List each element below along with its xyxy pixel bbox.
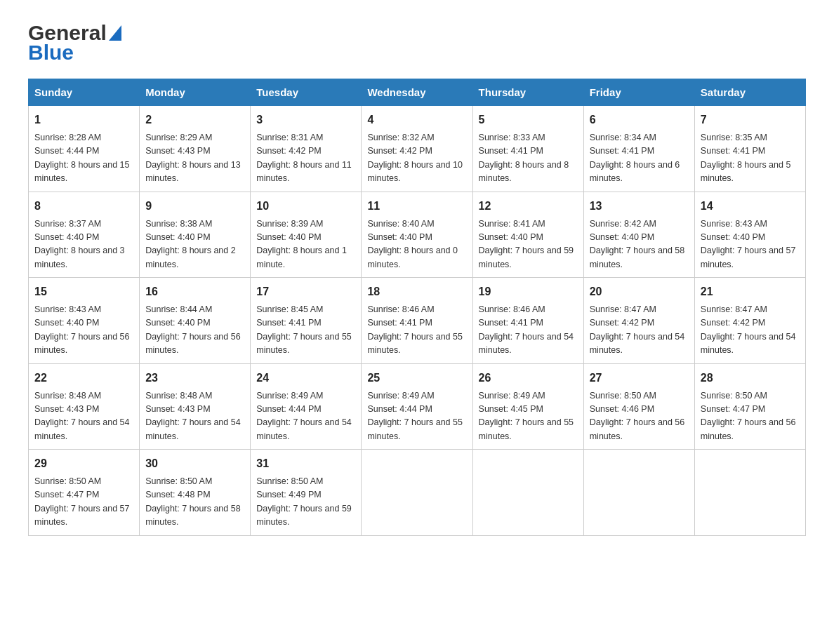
calendar-week-row: 1 Sunrise: 8:28 AM Sunset: 4:44 PM Dayli… [29,106,806,192]
calendar-header-row: SundayMondayTuesdayWednesdayThursdayFrid… [29,79,806,106]
calendar-cell: 12 Sunrise: 8:41 AM Sunset: 4:40 PM Dayl… [472,192,583,278]
day-number: 17 [256,283,355,300]
day-number: 28 [701,370,800,387]
calendar-cell: 28 Sunrise: 8:50 AM Sunset: 4:47 PM Dayl… [694,363,805,450]
calendar-cell: 6 Sunrise: 8:34 AM Sunset: 4:41 PM Dayli… [583,106,694,192]
calendar-cell: 1 Sunrise: 8:28 AM Sunset: 4:44 PM Dayli… [29,106,140,192]
calendar-cell: 30 Sunrise: 8:50 AM Sunset: 4:48 PM Dayl… [140,450,251,536]
calendar-week-row: 8 Sunrise: 8:37 AM Sunset: 4:40 PM Dayli… [29,192,806,278]
calendar-cell: 20 Sunrise: 8:47 AM Sunset: 4:42 PM Dayl… [583,278,694,364]
logo: General Blue [28,21,121,65]
day-info: Sunrise: 8:31 AM Sunset: 4:42 PM Dayligh… [256,131,355,186]
day-number: 7 [701,112,800,128]
svg-marker-0 [109,25,121,41]
day-number: 2 [145,112,244,128]
calendar-cell: 9 Sunrise: 8:38 AM Sunset: 4:40 PM Dayli… [140,192,251,278]
column-header-saturday: Saturday [694,79,805,106]
calendar-cell: 29 Sunrise: 8:50 AM Sunset: 4:47 PM Dayl… [29,450,140,536]
calendar-week-row: 22 Sunrise: 8:48 AM Sunset: 4:43 PM Dayl… [29,363,806,450]
column-header-friday: Friday [583,79,694,106]
day-number: 15 [34,283,133,300]
calendar-cell: 17 Sunrise: 8:45 AM Sunset: 4:41 PM Dayl… [251,278,362,364]
day-info: Sunrise: 8:34 AM Sunset: 4:41 PM Dayligh… [590,131,689,186]
day-number: 12 [479,198,578,215]
day-number: 29 [34,455,133,472]
day-number: 21 [701,283,800,300]
day-number: 18 [367,283,466,300]
calendar-table: SundayMondayTuesdayWednesdayThursdayFrid… [28,79,806,536]
calendar-cell: 31 Sunrise: 8:50 AM Sunset: 4:49 PM Dayl… [251,450,362,536]
day-number: 23 [145,370,244,387]
calendar-cell: 14 Sunrise: 8:43 AM Sunset: 4:40 PM Dayl… [694,192,805,278]
day-info: Sunrise: 8:48 AM Sunset: 4:43 PM Dayligh… [34,389,133,444]
day-info: Sunrise: 8:47 AM Sunset: 4:42 PM Dayligh… [701,303,800,358]
calendar-cell: 8 Sunrise: 8:37 AM Sunset: 4:40 PM Dayli… [29,192,140,278]
calendar-cell: 24 Sunrise: 8:49 AM Sunset: 4:44 PM Dayl… [251,363,362,450]
day-info: Sunrise: 8:49 AM Sunset: 4:44 PM Dayligh… [256,389,355,444]
day-info: Sunrise: 8:29 AM Sunset: 4:43 PM Dayligh… [145,131,244,186]
day-info: Sunrise: 8:50 AM Sunset: 4:47 PM Dayligh… [701,389,800,444]
calendar-cell: 19 Sunrise: 8:46 AM Sunset: 4:41 PM Dayl… [472,278,583,364]
day-info: Sunrise: 8:38 AM Sunset: 4:40 PM Dayligh… [145,217,244,272]
day-info: Sunrise: 8:37 AM Sunset: 4:40 PM Dayligh… [34,217,133,272]
day-info: Sunrise: 8:33 AM Sunset: 4:41 PM Dayligh… [479,131,578,186]
day-info: Sunrise: 8:32 AM Sunset: 4:42 PM Dayligh… [367,131,466,186]
day-info: Sunrise: 8:43 AM Sunset: 4:40 PM Dayligh… [701,217,800,272]
calendar-cell [362,450,472,536]
day-info: Sunrise: 8:39 AM Sunset: 4:40 PM Dayligh… [256,217,355,272]
calendar-cell [583,450,694,536]
day-number: 5 [479,112,578,128]
day-number: 4 [367,112,466,128]
calendar-cell: 27 Sunrise: 8:50 AM Sunset: 4:46 PM Dayl… [583,363,694,450]
day-number: 27 [590,370,689,387]
day-info: Sunrise: 8:41 AM Sunset: 4:40 PM Dayligh… [479,217,578,272]
day-number: 25 [367,370,466,387]
day-number: 6 [590,112,689,128]
calendar-cell: 5 Sunrise: 8:33 AM Sunset: 4:41 PM Dayli… [472,106,583,192]
day-info: Sunrise: 8:49 AM Sunset: 4:44 PM Dayligh… [367,389,466,444]
day-info: Sunrise: 8:49 AM Sunset: 4:45 PM Dayligh… [479,389,578,444]
day-info: Sunrise: 8:40 AM Sunset: 4:40 PM Dayligh… [367,217,466,272]
column-header-wednesday: Wednesday [362,79,472,106]
calendar-cell: 13 Sunrise: 8:42 AM Sunset: 4:40 PM Dayl… [583,192,694,278]
day-info: Sunrise: 8:35 AM Sunset: 4:41 PM Dayligh… [701,131,800,186]
day-info: Sunrise: 8:46 AM Sunset: 4:41 PM Dayligh… [367,303,466,358]
day-number: 30 [145,455,244,472]
calendar-cell: 7 Sunrise: 8:35 AM Sunset: 4:41 PM Dayli… [694,106,805,192]
calendar-cell: 11 Sunrise: 8:40 AM Sunset: 4:40 PM Dayl… [362,192,472,278]
calendar-cell: 22 Sunrise: 8:48 AM Sunset: 4:43 PM Dayl… [29,363,140,450]
day-number: 20 [590,283,689,300]
calendar-cell: 25 Sunrise: 8:49 AM Sunset: 4:44 PM Dayl… [362,363,472,450]
day-info: Sunrise: 8:44 AM Sunset: 4:40 PM Dayligh… [145,303,244,358]
day-number: 31 [256,455,355,472]
day-info: Sunrise: 8:28 AM Sunset: 4:44 PM Dayligh… [34,131,133,186]
calendar-cell: 2 Sunrise: 8:29 AM Sunset: 4:43 PM Dayli… [140,106,251,192]
calendar-week-row: 29 Sunrise: 8:50 AM Sunset: 4:47 PM Dayl… [29,450,806,536]
calendar-cell: 26 Sunrise: 8:49 AM Sunset: 4:45 PM Dayl… [472,363,583,450]
day-number: 8 [34,198,133,215]
day-info: Sunrise: 8:48 AM Sunset: 4:43 PM Dayligh… [145,389,244,444]
column-header-monday: Monday [140,79,251,106]
day-info: Sunrise: 8:50 AM Sunset: 4:47 PM Dayligh… [34,475,133,530]
day-number: 16 [145,283,244,300]
column-header-sunday: Sunday [29,79,140,106]
day-number: 22 [34,370,133,387]
logo-triangle-icon [109,25,121,43]
calendar-cell: 15 Sunrise: 8:43 AM Sunset: 4:40 PM Dayl… [29,278,140,364]
day-info: Sunrise: 8:42 AM Sunset: 4:40 PM Dayligh… [590,217,689,272]
day-number: 1 [34,112,133,128]
calendar-cell: 21 Sunrise: 8:47 AM Sunset: 4:42 PM Dayl… [694,278,805,364]
day-number: 19 [479,283,578,300]
calendar-cell [472,450,583,536]
day-info: Sunrise: 8:50 AM Sunset: 4:46 PM Dayligh… [590,389,689,444]
calendar-cell [694,450,805,536]
calendar-cell: 4 Sunrise: 8:32 AM Sunset: 4:42 PM Dayli… [362,106,472,192]
calendar-cell: 23 Sunrise: 8:48 AM Sunset: 4:43 PM Dayl… [140,363,251,450]
calendar-week-row: 15 Sunrise: 8:43 AM Sunset: 4:40 PM Dayl… [29,278,806,364]
day-info: Sunrise: 8:45 AM Sunset: 4:41 PM Dayligh… [256,303,355,358]
day-info: Sunrise: 8:50 AM Sunset: 4:49 PM Dayligh… [256,475,355,530]
logo-blue-text: Blue [28,41,74,65]
day-number: 9 [145,198,244,215]
column-header-thursday: Thursday [472,79,583,106]
calendar-cell: 10 Sunrise: 8:39 AM Sunset: 4:40 PM Dayl… [251,192,362,278]
